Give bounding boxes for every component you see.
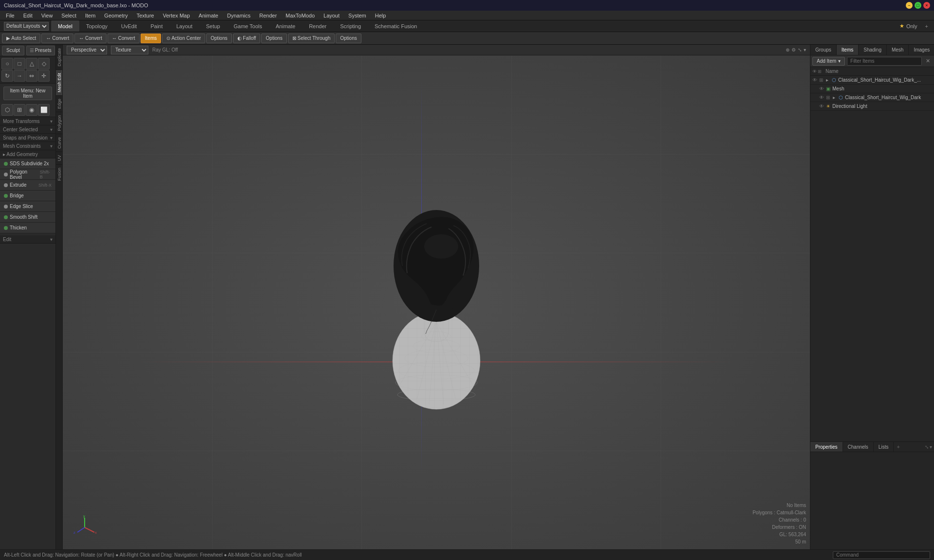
edit-header[interactable]: Edit ▾ (0, 235, 55, 244)
icon-scale[interactable]: ⇔ (26, 70, 37, 82)
smooth-shift-btn[interactable]: Smooth Shift (0, 212, 55, 223)
item-vis-icon2[interactable]: ⊞ (819, 77, 825, 83)
icon-grid[interactable]: ⊞ (14, 104, 25, 116)
item-name-wig[interactable]: Classical_Short_Haircut_Wig_Dark (845, 95, 932, 100)
layout-select[interactable]: Default Layouts (4, 22, 49, 31)
options-btn-2[interactable]: Options (261, 34, 287, 43)
menu-file[interactable]: File (2, 12, 18, 19)
icon-circle[interactable]: ○ (1, 58, 13, 70)
polygon-bevel-btn[interactable]: Polygon Bevel Shift-B (0, 169, 55, 180)
vp-icon-settings[interactable]: ⚙ (791, 47, 796, 52)
command-input[interactable] (833, 551, 930, 559)
maximize-button[interactable]: □ (915, 2, 921, 9)
tab-setup[interactable]: Setup (199, 20, 227, 32)
snaps-precision-header[interactable]: Snaps and Precision ▾ (0, 134, 55, 142)
rb-tab-channels[interactable]: Channels (843, 442, 874, 452)
rb-icon-more[interactable]: ▾ (930, 444, 932, 450)
tab-schematic[interactable]: Schematic Fusion (368, 20, 424, 32)
add-geometry-header[interactable]: ▸ Add Geometry (0, 150, 55, 158)
item-vis-icon[interactable]: 👁 (812, 77, 818, 83)
menu-dynamics[interactable]: Dynamics (223, 12, 254, 19)
side-tab-curve[interactable]: Curve (56, 134, 62, 152)
icon-rotate[interactable]: ↻ (1, 70, 13, 82)
item-vis-icon-wig[interactable]: 👁 (819, 95, 825, 101)
mesh-constraints-header[interactable]: Mesh Constraints ▾ (0, 142, 55, 150)
icon-arrow[interactable]: → (14, 70, 25, 82)
menu-render[interactable]: Render (255, 12, 281, 19)
thicken-btn[interactable]: Thicken (0, 223, 55, 233)
rb-tab-properties[interactable]: Properties (810, 442, 843, 452)
expand-icon[interactable]: ▸ (826, 77, 831, 83)
rb-icon-expand[interactable]: ⤡ (925, 444, 929, 450)
icon-cursor[interactable]: ✛ (38, 70, 50, 82)
sds-subdivide-btn[interactable]: SDS Subdivide 2x (0, 158, 55, 169)
menu-texture[interactable]: Texture (133, 12, 158, 19)
select-through-button[interactable]: ⊠ Select Through (288, 34, 335, 43)
item-row-wig[interactable]: 👁 ⊞ ▸ ⬡ Classical_Short_Haircut_Wig_Dark (810, 93, 934, 102)
icon-diamond[interactable]: ◇ (38, 58, 50, 70)
viewport-mode-select[interactable]: Perspective Front Top Side (67, 46, 107, 54)
items-button[interactable]: Items (141, 34, 161, 43)
item-name-light[interactable]: Directional Light (832, 104, 932, 109)
tab-paint[interactable]: Paint (144, 20, 169, 32)
side-tab-edge[interactable]: Edge (56, 95, 62, 112)
menu-layout[interactable]: Layout (320, 12, 343, 19)
menu-help[interactable]: Help (371, 12, 390, 19)
tab-topology[interactable]: Topology (79, 20, 114, 32)
sculpt-button[interactable]: Sculpt (2, 46, 24, 55)
add-item-button[interactable]: Add Item ▾ (812, 57, 845, 66)
right-tab-items[interactable]: Items (837, 45, 859, 55)
icon-sphere[interactable]: ◉ (26, 104, 37, 116)
presets-button[interactable]: ☰ Presets (26, 46, 55, 55)
vp-icon-more[interactable]: ▾ (804, 47, 806, 52)
right-tab-images[interactable]: Images (909, 45, 934, 55)
side-tab-mesh-edit[interactable]: Mesh Edit (56, 70, 62, 95)
bridge-btn[interactable]: Bridge (0, 191, 55, 201)
item-name-root[interactable]: Classical_Short_Haircut_Wig_Dark_... (838, 77, 932, 83)
right-tab-shading[interactable]: Shading (859, 45, 887, 55)
tab-layout[interactable]: Layout (170, 20, 199, 32)
tab-add-button[interactable]: + (921, 20, 932, 32)
icon-mesh[interactable]: ⬡ (1, 104, 13, 116)
item-vis-icon-wig2[interactable]: ⊞ (826, 95, 832, 101)
tab-scripting[interactable]: Scripting (333, 20, 368, 32)
convert-btn-1[interactable]: ↔ Convert (41, 34, 73, 43)
convert-btn-2[interactable]: ↔ Convert (74, 34, 107, 43)
item-row-mesh[interactable]: 👁 ▣ Mesh (810, 85, 934, 93)
menu-item[interactable]: Item (81, 12, 99, 19)
menu-maxtomodo[interactable]: MaxToModo (282, 12, 319, 19)
item-vis-icon-mesh[interactable]: 👁 (819, 86, 825, 92)
menu-animate[interactable]: Animate (195, 12, 222, 19)
icon-cube[interactable]: □ (14, 58, 25, 70)
item-name-mesh[interactable]: Mesh (832, 86, 932, 91)
menu-system[interactable]: System (344, 12, 370, 19)
tab-animate[interactable]: Animate (269, 20, 302, 32)
item-vis-icon-light[interactable]: 👁 (819, 104, 825, 109)
minimize-button[interactable]: − (906, 2, 913, 9)
tab-model[interactable]: Model (51, 20, 79, 32)
auto-select-button[interactable]: ▶ Auto Select (2, 34, 40, 43)
filter-items-input[interactable] (847, 57, 922, 66)
vp-icon-expand[interactable]: ⤡ (798, 47, 802, 52)
side-tab-uv[interactable]: UV (56, 152, 62, 164)
filter-clear-button[interactable]: ✕ (924, 58, 932, 64)
rb-tab-lists[interactable]: Lists (874, 442, 894, 452)
side-tab-fusion[interactable]: Fusion (56, 164, 62, 184)
item-row-light[interactable]: 👁 ☀ Directional Light (810, 102, 934, 111)
icon-cone[interactable]: △ (26, 58, 37, 70)
tab-render[interactable]: Render (302, 20, 333, 32)
viewport-canvas[interactable]: No Items Polygons : Catmull-Clark Channe… (63, 55, 810, 549)
viewport-shading-select[interactable]: Texture Wireframe Solid (111, 46, 148, 54)
rb-tab-add[interactable]: + (894, 442, 902, 452)
options-btn-1[interactable]: Options (206, 34, 232, 43)
expand-icon-wig[interactable]: ▸ (833, 95, 838, 100)
falloff-button[interactable]: ◐ Falloff (233, 34, 261, 43)
close-button[interactable]: × (923, 2, 930, 9)
tab-uvedit[interactable]: UvEdit (114, 20, 144, 32)
menu-vertexmap[interactable]: Vertex Map (159, 12, 194, 19)
more-transforms-header[interactable]: More Transforms ▾ (0, 117, 55, 125)
options-btn-3[interactable]: Options (336, 34, 361, 43)
center-selected-header[interactable]: Center Selected ▾ (0, 125, 55, 134)
side-tab-polygon[interactable]: Polygon (56, 112, 62, 134)
menu-edit[interactable]: Edit (19, 12, 36, 19)
